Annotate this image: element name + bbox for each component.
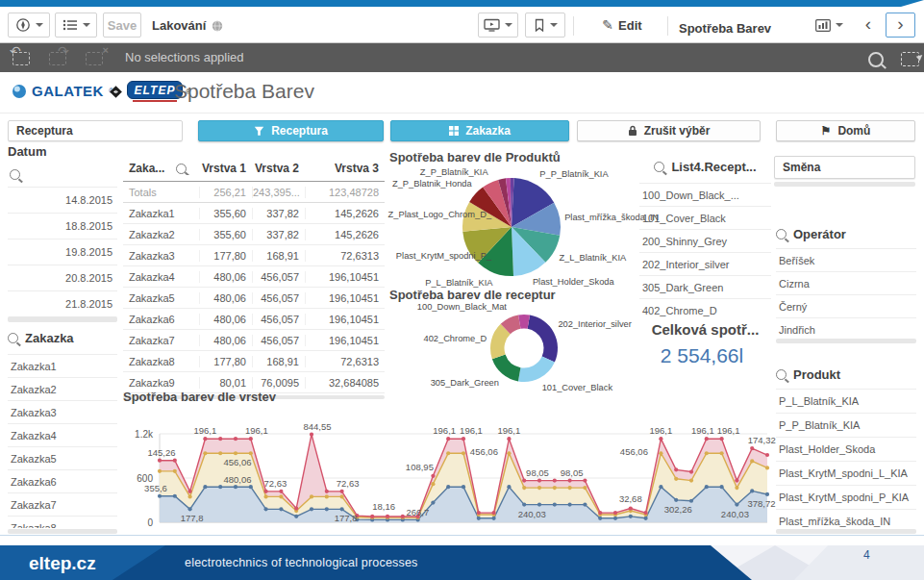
data-point[interactable]	[720, 451, 724, 455]
redo-selection-icon[interactable]: ↷	[48, 49, 71, 66]
data-point[interactable]	[203, 451, 207, 455]
data-point[interactable]	[370, 515, 374, 518]
operator-item[interactable]: Jindřich	[776, 317, 916, 340]
scrollbar[interactable]	[8, 529, 117, 534]
data-point[interactable]	[659, 437, 662, 441]
data-point[interactable]	[613, 511, 617, 515]
zakazka-item[interactable]: Zakazka3	[8, 400, 117, 423]
data-point[interactable]	[158, 494, 162, 498]
bookmarks-button[interactable]	[525, 13, 565, 38]
row-label[interactable]: Zakazka9	[123, 377, 199, 389]
data-point[interactable]	[234, 437, 237, 441]
table-cell[interactable]: 456,057	[252, 335, 305, 346]
data-point[interactable]	[218, 437, 222, 441]
data-point[interactable]	[203, 437, 207, 441]
receptura-item[interactable]: 402_Chrome_D	[639, 298, 771, 321]
data-point[interactable]	[492, 511, 496, 515]
table-cell[interactable]: 337,82	[252, 208, 305, 219]
data-point[interactable]	[218, 485, 222, 489]
table-cell[interactable]: 76,0095	[252, 377, 305, 389]
data-point[interactable]	[507, 485, 511, 489]
zakazka-item[interactable]: Zakazka6	[8, 469, 117, 492]
search-icon[interactable]	[868, 52, 884, 67]
zakazka-button[interactable]: Zakazka	[390, 120, 569, 141]
storytelling-button[interactable]	[478, 13, 518, 38]
data-point[interactable]	[583, 486, 587, 490]
data-point[interactable]	[613, 517, 617, 520]
scrollbar[interactable]	[776, 339, 916, 343]
data-point[interactable]	[750, 446, 754, 450]
data-point[interactable]	[264, 494, 268, 498]
data-point[interactable]	[279, 507, 283, 511]
row-label[interactable]: Zakazka8	[123, 356, 199, 367]
data-point[interactable]	[765, 492, 769, 496]
data-point[interactable]	[249, 451, 253, 455]
data-point[interactable]	[705, 485, 709, 489]
table-cell[interactable]: 355,60	[199, 229, 252, 240]
data-point[interactable]	[431, 500, 435, 504]
data-point[interactable]	[522, 478, 526, 482]
data-point[interactable]	[522, 502, 526, 506]
table-cell[interactable]: 456,057	[252, 292, 305, 304]
table-cell[interactable]: 145,2626	[305, 229, 385, 240]
table-cell[interactable]: 196,10451	[305, 271, 385, 283]
data-point[interactable]	[492, 517, 496, 520]
search-icon[interactable]	[776, 369, 787, 380]
receptura-item[interactable]: 305_Dark_Green	[639, 275, 771, 298]
data-point[interactable]	[386, 515, 389, 518]
data-point[interactable]	[446, 485, 450, 489]
data-point[interactable]	[735, 502, 738, 506]
data-point[interactable]	[537, 502, 541, 506]
data-point[interactable]	[735, 478, 738, 482]
data-point[interactable]	[234, 485, 237, 489]
data-point[interactable]	[249, 485, 253, 489]
row-label[interactable]: Zakazka3	[123, 250, 199, 262]
edit-button[interactable]: ✎ Edit	[579, 13, 665, 38]
data-point[interactable]	[294, 506, 298, 510]
data-point[interactable]	[431, 482, 435, 486]
data-point[interactable]	[583, 502, 587, 506]
data-point[interactable]	[507, 451, 511, 455]
data-point[interactable]	[629, 506, 633, 510]
zakazka-item[interactable]: Zakazka8	[8, 516, 117, 528]
table-cell[interactable]: 337,82	[252, 229, 305, 240]
data-point[interactable]	[203, 485, 207, 489]
zakazka-item[interactable]: Zakazka4	[8, 423, 117, 446]
data-point[interactable]	[750, 459, 754, 463]
data-point[interactable]	[158, 459, 162, 463]
scrollbar[interactable]	[776, 529, 916, 534]
data-point[interactable]	[750, 489, 754, 492]
save-button[interactable]: Save	[103, 13, 141, 38]
data-point[interactable]	[173, 494, 177, 498]
datum-item[interactable]: 18.8.2015	[8, 213, 117, 239]
data-point[interactable]	[522, 486, 526, 490]
table-cell[interactable]: 168,91	[252, 250, 305, 262]
data-point[interactable]	[689, 469, 693, 473]
zakazka-item[interactable]: Zakazka2	[8, 377, 117, 400]
app-title[interactable]: Lakování	[152, 18, 223, 33]
row-label[interactable]: Zakazka5	[123, 292, 199, 304]
data-point[interactable]	[568, 486, 572, 490]
table-cell[interactable]: 480,06	[199, 271, 252, 283]
table-cell[interactable]: 196,10451	[305, 314, 385, 325]
table-cell[interactable]: 72,6313	[305, 250, 385, 262]
navigation-menu-button[interactable]	[8, 13, 50, 38]
produkt-item[interactable]: Plast_KrytM_spodni_P_KIA	[776, 485, 916, 509]
clear-selections-icon[interactable]: ×	[85, 49, 108, 66]
search-icon[interactable]	[8, 333, 18, 343]
data-point[interactable]	[477, 511, 481, 515]
smena-filter-box[interactable]: Směna	[774, 156, 915, 179]
data-point[interactable]	[325, 507, 329, 511]
column-header-vrstva1[interactable]: Vrstva 1	[199, 162, 252, 175]
column-header-vrstva2[interactable]: Vrstva 2	[252, 162, 305, 175]
data-point[interactable]	[234, 451, 237, 455]
data-point[interactable]	[294, 515, 298, 518]
data-point[interactable]	[462, 437, 465, 441]
data-point[interactable]	[659, 451, 662, 455]
datum-item[interactable]: 19.8.2015	[8, 239, 117, 265]
zakazka-item[interactable]: Zakazka7	[8, 492, 117, 516]
data-point[interactable]	[446, 437, 450, 441]
data-point[interactable]	[462, 451, 465, 455]
table-cell[interactable]: 480,06	[199, 292, 252, 304]
row-label[interactable]: Zakazka7	[123, 335, 199, 346]
